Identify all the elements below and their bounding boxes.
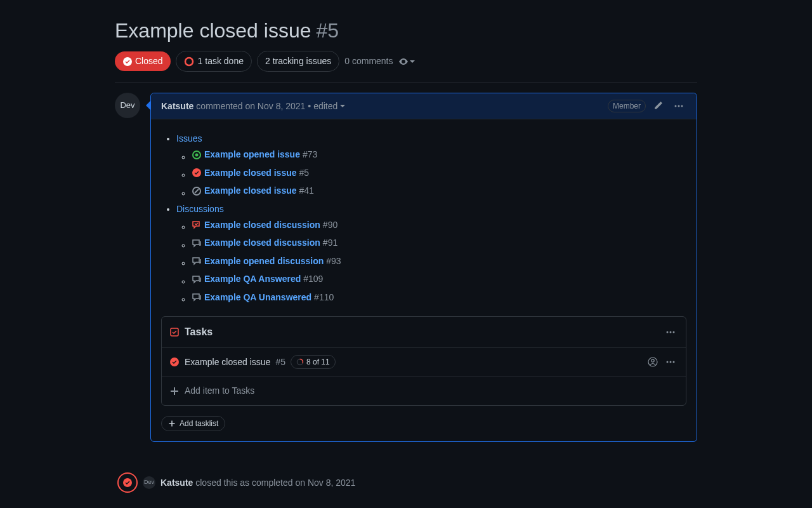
issue-number: #5 [316, 15, 339, 46]
svg-point-14 [667, 361, 669, 363]
discussion-icon [192, 238, 202, 248]
comment-body: IssuesExample opened issue #73Example cl… [151, 119, 697, 441]
svg-point-10 [673, 331, 675, 333]
discussion-red-icon [192, 220, 202, 230]
pencil-icon [653, 101, 664, 111]
subscribe-menu[interactable] [398, 57, 415, 67]
link-ref: #93 [326, 255, 341, 268]
svg-point-13 [652, 359, 654, 362]
link-ref: #41 [299, 184, 314, 197]
link-title: Example opened discussion [204, 255, 324, 268]
chevron-down-icon [410, 60, 415, 63]
add-task-item[interactable]: Add item to Tasks [162, 377, 686, 405]
status-badge: Closed [115, 51, 171, 71]
issue-closed-icon [122, 57, 133, 67]
svg-point-15 [670, 361, 672, 363]
link-ref: #90 [323, 218, 337, 232]
comment-menu-button[interactable] [671, 98, 686, 114]
task-done-chip[interactable]: 1 task done [176, 51, 252, 72]
closed-gray-icon [192, 186, 202, 196]
tasks-card: Tasks Example closed issue#58 of 11 Add … [161, 316, 686, 406]
list-item[interactable]: Example opened issue #73 [192, 148, 686, 164]
svg-point-16 [673, 361, 675, 363]
comment-edited-label[interactable]: • edited [308, 100, 337, 113]
comment-author[interactable]: Katsute [161, 100, 193, 113]
task-title: Example closed issue [185, 356, 270, 369]
svg-point-1 [675, 105, 677, 107]
issue-title: Example closed issue [115, 15, 311, 46]
issue-header: Example closed issue #5 Closed 1 task do… [115, 15, 697, 83]
issue-closed-icon [169, 357, 180, 367]
discussion-icon [192, 256, 202, 266]
assignee-icon[interactable] [648, 357, 658, 367]
list-item[interactable]: Example QA Unanswered #110 [192, 291, 686, 307]
open-green-icon [192, 150, 202, 160]
link-ref: #5 [299, 166, 310, 180]
list-item[interactable]: Example closed issue #41 [192, 184, 686, 200]
discussion-icon [192, 274, 202, 284]
avatar[interactable]: Dev [115, 93, 140, 118]
link-title: Example closed discussion [204, 218, 320, 232]
link-title: Example closed issue [204, 166, 297, 180]
add-tasklist-button[interactable]: Add tasklist [161, 416, 225, 431]
progress-ring-icon [296, 358, 304, 366]
list-item[interactable]: Example closed discussion #90 [192, 218, 686, 234]
task-progress: 8 of 11 [291, 355, 336, 369]
list-item[interactable]: Example closed issue #5 [192, 166, 686, 182]
section-link[interactable]: Discussions [176, 204, 224, 214]
svg-point-0 [185, 58, 193, 65]
task-ref: #5 [275, 356, 285, 369]
kebab-icon [665, 327, 676, 337]
list-item[interactable]: Example QA Answered #109 [192, 272, 686, 288]
task-menu-button[interactable] [663, 354, 678, 370]
event-text: closed this as completed on Nov 8, 2021 [195, 478, 355, 488]
comment-box: Katsute commented on Nov 8, 2021 • edite… [150, 93, 697, 442]
task-row[interactable]: Example closed issue#58 of 11 [162, 348, 686, 377]
chevron-down-icon [340, 105, 345, 107]
section-link[interactable]: Issues [176, 133, 202, 144]
svg-point-8 [667, 331, 669, 333]
link-title: Example QA Answered [204, 272, 301, 286]
timeline-event-closed: Dev Katsute closed this as completed on … [115, 457, 697, 493]
comments-count: 0 comments [344, 55, 393, 68]
link-ref: #91 [323, 236, 337, 250]
kebab-icon [665, 357, 676, 367]
edit-button[interactable] [651, 98, 666, 114]
list-item[interactable]: Example closed discussion #91 [192, 236, 686, 252]
link-title: Example opened issue [204, 148, 300, 161]
link-title: Example closed discussion [204, 236, 320, 250]
issue-closed-icon [122, 478, 133, 488]
tasklist-icon [169, 327, 180, 337]
link-ref: #109 [303, 272, 323, 286]
kebab-icon [674, 101, 684, 111]
closed-red-icon [192, 168, 202, 178]
link-title: Example closed issue [204, 184, 297, 197]
svg-point-5 [195, 153, 199, 156]
plus-icon [168, 420, 176, 427]
svg-point-2 [678, 105, 680, 107]
small-avatar[interactable]: Dev [143, 476, 155, 489]
list-item[interactable]: Example opened discussion #93 [192, 255, 686, 271]
eye-icon [398, 57, 409, 67]
role-badge: Member [608, 100, 646, 112]
svg-point-9 [670, 331, 672, 333]
event-closed-marker [117, 472, 138, 493]
svg-point-3 [681, 105, 683, 107]
link-ref: #110 [314, 291, 334, 304]
comment-timestamp: commented on Nov 8, 2021 [196, 100, 305, 113]
event-author[interactable]: Katsute [160, 478, 193, 488]
tasks-menu-button[interactable] [663, 324, 678, 340]
link-title: Example QA Unanswered [204, 291, 311, 304]
discussion-icon [192, 292, 202, 302]
link-ref: #73 [303, 148, 317, 161]
tasklist-progress-icon [184, 57, 194, 67]
plus-icon [169, 386, 180, 396]
tasks-title: Tasks [185, 324, 213, 340]
tracking-issues-chip[interactable]: 2 tracking issues [257, 51, 339, 72]
